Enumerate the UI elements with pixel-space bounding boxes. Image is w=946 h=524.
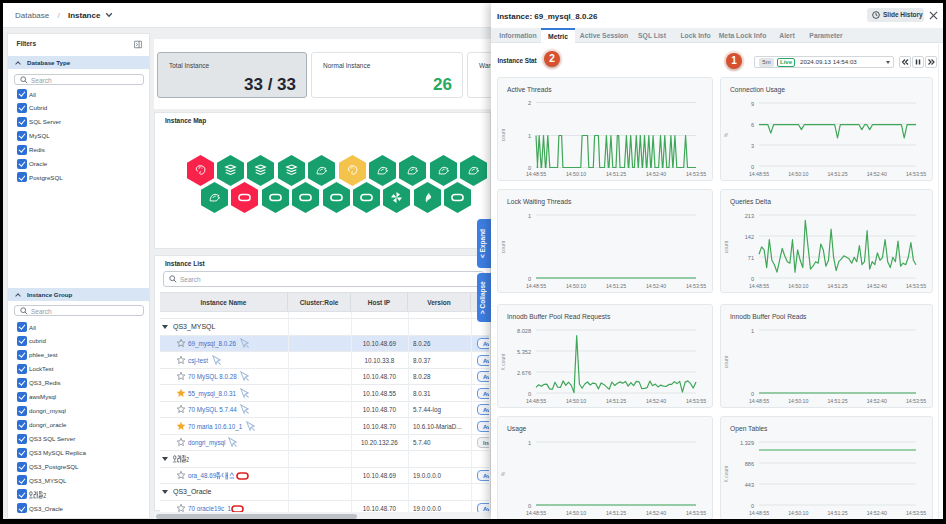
svg-text:%: %	[723, 132, 729, 137]
svg-text:2.676: 2.676	[517, 369, 531, 375]
svg-text:14:53:55: 14:53:55	[906, 398, 926, 404]
svg-text:14:50:10: 14:50:10	[566, 510, 586, 516]
svg-text:14:48:55: 14:48:55	[526, 171, 546, 177]
svg-text:14:50:10: 14:50:10	[788, 283, 808, 289]
svg-text:Lock Waiting Threads: Lock Waiting Threads	[507, 198, 572, 206]
svg-text:14:50:10: 14:50:10	[566, 171, 586, 177]
svg-text:9: 9	[751, 101, 754, 107]
svg-text:1: 1	[528, 133, 531, 139]
svg-text:14:48:55: 14:48:55	[526, 398, 546, 404]
svg-text:14:50:10: 14:50:10	[566, 398, 586, 404]
svg-text:443: 443	[745, 482, 754, 488]
svg-text:14:48:55: 14:48:55	[749, 398, 769, 404]
svg-text:14:53:55: 14:53:55	[686, 283, 706, 289]
svg-text:Queries Delta: Queries Delta	[730, 198, 771, 206]
svg-text:14:51:25: 14:51:25	[606, 283, 626, 289]
svg-text:0: 0	[528, 503, 531, 509]
svg-text:Innodb Buffer Pool Reads: Innodb Buffer Pool Reads	[730, 313, 807, 320]
svg-text:14:48:55: 14:48:55	[526, 510, 546, 516]
svg-text:14:51:25: 14:51:25	[827, 283, 847, 289]
svg-text:K count: K count	[723, 465, 729, 483]
svg-text:14:51:25: 14:51:25	[606, 171, 626, 177]
svg-text:14:48:55: 14:48:55	[749, 283, 769, 289]
svg-text:14:52:40: 14:52:40	[867, 283, 887, 289]
svg-text:14:51:25: 14:51:25	[606, 510, 626, 516]
svg-text:5.352: 5.352	[517, 348, 531, 354]
svg-text:14:52:40: 14:52:40	[646, 171, 666, 177]
svg-text:count: count	[723, 240, 729, 253]
svg-text:14:50:10: 14:50:10	[566, 283, 586, 289]
svg-text:142: 142	[745, 233, 754, 239]
svg-text:count: count	[500, 128, 506, 141]
svg-text:14:50:10: 14:50:10	[788, 398, 808, 404]
svg-text:14:53:55: 14:53:55	[686, 398, 706, 404]
svg-text:14:50:10: 14:50:10	[788, 510, 808, 516]
svg-text:14:52:40: 14:52:40	[867, 398, 887, 404]
svg-text:2: 2	[186, 455, 189, 463]
svg-text:14:51:25: 14:51:25	[827, 398, 847, 404]
svg-text:71: 71	[748, 254, 754, 260]
svg-text:1: 1	[528, 440, 531, 446]
svg-text:0: 0	[751, 503, 754, 509]
svg-text:count: count	[500, 240, 506, 253]
svg-text:Usage: Usage	[507, 425, 527, 433]
svg-text:%: %	[500, 471, 506, 476]
svg-text:6: 6	[751, 122, 754, 128]
svg-text:1: 1	[751, 327, 754, 333]
svg-text:14:53:55: 14:53:55	[906, 283, 926, 289]
svg-text:14:53:55: 14:53:55	[906, 510, 926, 516]
svg-text:14:53:55: 14:53:55	[906, 171, 926, 177]
svg-text:213: 213	[745, 212, 754, 218]
svg-text:14:52:40: 14:52:40	[646, 283, 666, 289]
svg-text:14:50:10: 14:50:10	[788, 171, 808, 177]
svg-text:14:48:55: 14:48:55	[526, 283, 546, 289]
svg-text:3: 3	[751, 143, 754, 149]
svg-text:Active Threads: Active Threads	[507, 86, 552, 93]
svg-text:0: 0	[528, 275, 531, 281]
svg-text:14:53:55: 14:53:55	[686, 510, 706, 516]
svg-text:14:53:55: 14:53:55	[686, 171, 706, 177]
svg-text:K count: K count	[500, 352, 506, 370]
svg-text:0: 0	[528, 390, 531, 396]
svg-text:2: 2	[43, 491, 46, 499]
svg-text:14:51:25: 14:51:25	[827, 171, 847, 177]
svg-text:1.329: 1.329	[740, 440, 754, 446]
svg-text:14:48:55: 14:48:55	[749, 171, 769, 177]
svg-text:14:52:40: 14:52:40	[646, 510, 666, 516]
svg-text:count: count	[723, 355, 729, 368]
svg-text:14:52:40: 14:52:40	[646, 398, 666, 404]
svg-text:14:48:55: 14:48:55	[749, 510, 769, 516]
svg-text:Connection Usage: Connection Usage	[730, 86, 785, 94]
svg-text:0: 0	[751, 164, 754, 170]
svg-text:2: 2	[528, 100, 531, 106]
svg-text:14:52:40: 14:52:40	[867, 510, 887, 516]
svg-text:886: 886	[745, 461, 754, 467]
svg-text:14:51:25: 14:51:25	[606, 398, 626, 404]
svg-text:Innodb Buffer Pool Read Reques: Innodb Buffer Pool Read Requests	[507, 313, 611, 321]
svg-text:Open Tables: Open Tables	[730, 425, 768, 433]
svg-text:0: 0	[751, 390, 754, 396]
svg-text:14:52:40: 14:52:40	[867, 171, 887, 177]
svg-text:0: 0	[751, 275, 754, 281]
svg-text:1: 1	[528, 212, 531, 218]
svg-text:14:51:25: 14:51:25	[827, 510, 847, 516]
svg-text:8.028: 8.028	[517, 327, 531, 333]
